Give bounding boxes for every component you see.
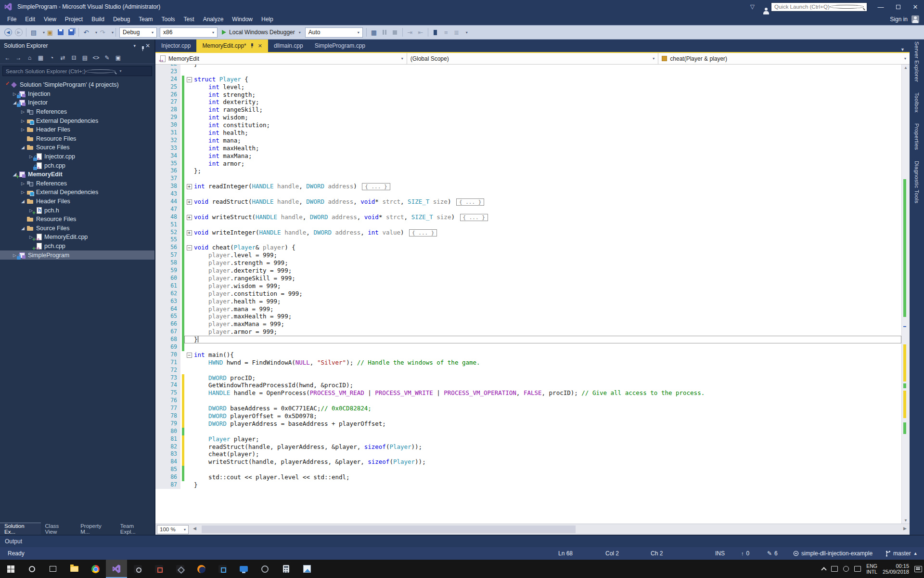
tray-expand-icon[interactable] <box>821 567 827 572</box>
menu-window[interactable]: Window <box>228 14 257 24</box>
uncomment-selection-icon[interactable]: ≣ <box>451 27 462 38</box>
breakpoint-margin[interactable] <box>155 397 163 405</box>
breakpoint-margin[interactable] <box>155 473 163 481</box>
line-body[interactable]: HANDLE handle = OpenProcess(PROCESS_VM_R… <box>184 389 901 397</box>
file-explorer-icon[interactable] <box>64 560 85 578</box>
menu-help[interactable]: Help <box>257 14 278 24</box>
menu-edit[interactable]: Edit <box>21 14 39 24</box>
tree-expander-icon[interactable]: ▷ <box>19 181 26 186</box>
line-number[interactable]: 77 <box>163 405 180 412</box>
view-code-icon[interactable]: <> <box>90 53 102 63</box>
line-number[interactable]: 76 <box>163 397 180 405</box>
tree-expander-icon[interactable]: ◢ <box>19 145 26 150</box>
minimize-button[interactable]: — <box>872 0 889 13</box>
breakpoint-margin[interactable] <box>155 435 163 443</box>
line-body[interactable]: }; <box>184 167 901 175</box>
line-body[interactable]: player.armor = 999; <box>184 328 901 336</box>
close-tab-icon[interactable]: ✕ <box>258 43 262 49</box>
tree-item-external-dependencies[interactable]: ▷External Dependencies <box>0 188 154 197</box>
line-body[interactable]: } <box>184 65 901 68</box>
breakpoint-margin[interactable] <box>155 129 163 137</box>
fold-toggle[interactable]: + <box>184 183 194 190</box>
fold-box-icon[interactable]: − <box>187 77 192 82</box>
fold-toggle[interactable]: + <box>184 198 194 206</box>
tree-item-memoryedit-cpp[interactable]: ▷+MemoryEdit.cpp <box>0 233 154 242</box>
breakpoint-margin[interactable] <box>155 481 163 489</box>
line-number[interactable]: 65 <box>163 313 180 320</box>
scroll-right-icon[interactable]: ▶ <box>903 526 907 531</box>
line-number[interactable]: 83 <box>163 450 180 458</box>
tree-expander-icon[interactable]: ▷ <box>19 109 26 114</box>
step-over-icon[interactable]: ⇤ <box>415 27 426 38</box>
save-icon[interactable] <box>55 27 66 38</box>
line-number[interactable]: 38 <box>163 183 180 190</box>
breakpoint-margin[interactable] <box>155 236 163 244</box>
breakpoint-margin[interactable] <box>155 298 163 305</box>
line-number[interactable]: 67 <box>163 328 180 336</box>
line-body[interactable]: +void writeStruct(HANDLE handle, DWORD a… <box>184 213 901 221</box>
breakpoint-margin[interactable] <box>155 144 163 152</box>
line-number[interactable]: 56 <box>163 244 180 251</box>
firefox-icon[interactable] <box>191 560 212 578</box>
line-number[interactable]: 81 <box>163 435 180 443</box>
tree-expander-icon[interactable]: ▷ <box>19 127 26 132</box>
line-body[interactable]: −struct Player { <box>184 76 901 83</box>
calculator-icon[interactable] <box>275 560 296 578</box>
solution-platforms-dropdown[interactable]: x86▾ <box>160 27 218 38</box>
line-number[interactable]: 24 <box>163 76 180 83</box>
tree-item-memoryedit[interactable]: ◢+MemoryEdit <box>0 170 154 179</box>
back-icon[interactable]: ← <box>2 53 13 63</box>
breakpoint-margin[interactable] <box>155 313 163 320</box>
breakpoint-margin[interactable] <box>155 328 163 336</box>
line-number[interactable]: 47 <box>163 206 180 213</box>
breakpoint-margin[interactable] <box>155 420 163 428</box>
line-number[interactable]: 63 <box>163 298 180 305</box>
line-number[interactable]: 22 <box>163 65 180 68</box>
tool-tab-solution-ex-[interactable]: Solution Ex... <box>0 523 41 535</box>
save-all-icon[interactable] <box>66 27 77 38</box>
line-number[interactable]: 28 <box>163 106 180 114</box>
breakpoint-margin[interactable] <box>155 412 163 420</box>
menu-view[interactable]: View <box>39 14 61 24</box>
action-center-icon[interactable] <box>914 566 922 572</box>
line-body[interactable] <box>184 397 901 405</box>
line-number[interactable]: 84 <box>163 458 180 466</box>
tree-item-injector-cpp[interactable]: ▷Injector.cpp <box>0 152 154 161</box>
tree-item-header-files[interactable]: ▷Header Files <box>0 125 154 134</box>
line-body[interactable]: int maxHealth; <box>184 144 901 152</box>
bookmark-icon[interactable] <box>430 27 441 38</box>
document-list-dropdown-icon[interactable]: ▼ <box>896 47 910 52</box>
line-number[interactable]: 44 <box>163 198 180 206</box>
line-body[interactable]: int armor; <box>184 160 901 168</box>
tool-tab-team-expl-[interactable]: Team Expl... <box>116 523 154 535</box>
line-body[interactable]: GetWindowThreadProcessId(hwnd, &procID); <box>184 381 901 389</box>
tray-icon-3[interactable] <box>854 566 861 572</box>
line-body[interactable]: DWORD playerAddress = baseAddress + play… <box>184 420 901 428</box>
line-number[interactable]: 51 <box>163 221 180 229</box>
breakpoint-margin[interactable] <box>155 351 163 359</box>
breakpoint-margin[interactable] <box>155 305 163 313</box>
line-body[interactable] <box>184 236 901 244</box>
tree-expander-icon[interactable]: ◢ <box>19 199 26 204</box>
line-body[interactable]: −void cheat(Player& player) { <box>184 244 901 251</box>
line-number[interactable]: 78 <box>163 412 180 420</box>
tree-item-resource-files[interactable]: Resource Files <box>0 134 154 144</box>
line-body[interactable]: writeStruct(handle, playerAddress, &play… <box>184 458 901 466</box>
tray-icon-2[interactable] <box>843 566 849 572</box>
line-body[interactable]: +void readStruct(HANDLE handle, DWORD ad… <box>184 198 901 206</box>
breakpoint-margin[interactable] <box>155 83 163 91</box>
breakpoint-margin[interactable] <box>155 198 163 206</box>
breakpoint-margin[interactable] <box>155 106 163 114</box>
line-number[interactable]: 31 <box>163 129 180 137</box>
close-button[interactable]: ✕ <box>907 0 924 13</box>
breakpoint-margin[interactable] <box>155 175 163 183</box>
line-body[interactable] <box>184 175 901 183</box>
fold-box-icon[interactable]: + <box>187 230 192 236</box>
menu-test[interactable]: Test <box>180 14 199 24</box>
line-body[interactable]: Player player; <box>184 435 901 443</box>
fold-box-icon[interactable]: − <box>187 245 192 250</box>
start-icon[interactable] <box>0 560 21 578</box>
window-position-icon[interactable]: ▾ <box>133 43 136 48</box>
breakpoint-margin[interactable] <box>155 206 163 213</box>
language-indicator[interactable]: ENG INTL <box>866 563 877 575</box>
